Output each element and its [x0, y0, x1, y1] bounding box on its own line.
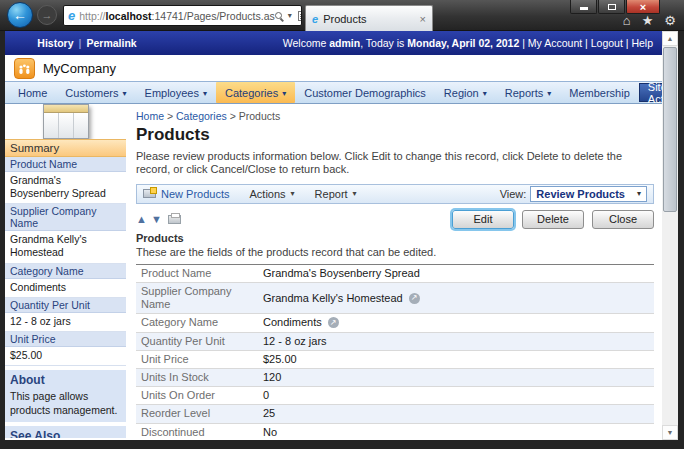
chevron-down-icon: ▾	[483, 89, 487, 98]
about-title: About	[10, 373, 121, 387]
nav-item-customer-demographics[interactable]: Customer Demographics	[295, 82, 435, 103]
browser-tab[interactable]: e Products ×	[305, 5, 433, 31]
table-row: Discontinued No	[136, 424, 654, 439]
nav-item-reports[interactable]: Reports▾	[496, 82, 561, 103]
table-row: Reorder Level 25	[136, 405, 654, 423]
close-button[interactable]: Close	[592, 210, 654, 229]
report-menu[interactable]: Report▾	[315, 188, 357, 200]
field-label: Unit Price	[136, 351, 258, 368]
scroll-down-icon[interactable]: ▼	[662, 425, 678, 440]
site-actions-button[interactable]: Site Actions▾	[639, 83, 662, 102]
nav-item-home[interactable]: Home	[9, 82, 56, 103]
tab-title: Products	[323, 13, 414, 25]
maximize-icon	[608, 4, 616, 10]
scroll-up-icon[interactable]: ▲	[662, 31, 678, 46]
nav-item-customers[interactable]: Customers▾	[56, 82, 135, 103]
breadcrumb-current: Products	[239, 110, 280, 122]
field-label: Units In Stock	[136, 369, 258, 386]
list-toolbar: New Products Actions▾ Report▾ View: Revi…	[136, 184, 654, 204]
compatibility-view-icon[interactable]	[298, 11, 302, 21]
page-description: Please review products information below…	[136, 150, 654, 177]
summary-field-label: Unit Price	[5, 332, 126, 347]
field-value: 12 - 8 oz jars	[258, 333, 654, 350]
nav-item-employees[interactable]: Employees▾	[136, 82, 216, 103]
url-path: :14741/Pages/Products.as	[152, 10, 275, 22]
navigate-icon[interactable]: ↗	[328, 317, 339, 328]
chevron-down-icon: ▾	[291, 189, 295, 198]
summary-field-label: Product Name	[5, 157, 126, 172]
top-action-row: ▲ ▼ Edit Delete Close	[136, 210, 654, 229]
summary-header: Summary	[5, 139, 126, 157]
move-up-icon[interactable]: ▲	[136, 213, 147, 225]
field-value: 0	[258, 387, 654, 404]
see-also-title: See Also	[10, 429, 121, 438]
welcome-text: Welcome	[283, 37, 330, 49]
actions-menu[interactable]: Actions▾	[249, 188, 294, 200]
about-text: This page allows products management.	[10, 390, 121, 417]
view-dropdown[interactable]: Review Products▾	[530, 186, 647, 202]
table-row: Units In Stock 120	[136, 369, 654, 387]
nav-item-categories[interactable]: Categories▾	[216, 82, 295, 103]
address-bar[interactable]: e http://localhost:14741/Pages/Products.…	[63, 5, 302, 26]
scrollbar-thumb[interactable]	[663, 47, 677, 212]
chevron-down-icon: ▾	[123, 89, 127, 98]
forward-arrow-icon: →	[42, 9, 53, 21]
breadcrumb-separator: >	[164, 110, 176, 122]
back-button[interactable]: ←	[7, 2, 33, 28]
url-protocol: http://	[79, 10, 105, 22]
account-bar: History|Permalink Welcome admin, Today i…	[5, 31, 662, 55]
field-label: Units On Order	[136, 387, 258, 404]
vertical-scrollbar[interactable]: ▲ ▼	[662, 31, 678, 440]
section-subtitle: These are the fields of the products rec…	[136, 246, 654, 258]
search-icon[interactable]	[275, 12, 282, 19]
summary-field-value: Grandma's Boysenberry Spread	[5, 172, 126, 204]
logout-link[interactable]: Logout	[591, 37, 623, 49]
tab-favicon-icon: e	[312, 13, 318, 25]
history-link[interactable]: History	[37, 37, 73, 49]
permalink-link[interactable]: Permalink	[86, 37, 136, 49]
field-value: No	[258, 424, 654, 439]
window-controls: ×	[569, 0, 660, 14]
product-image	[5, 104, 126, 139]
site-title[interactable]: MyCompany	[43, 61, 116, 76]
new-products-button[interactable]: New Products	[143, 188, 229, 200]
forward-button[interactable]: →	[37, 5, 57, 25]
table-row: Quantity Per Unit 12 - 8 oz jars	[136, 333, 654, 351]
breadcrumb-separator: >	[227, 110, 239, 122]
edit-button[interactable]: Edit	[452, 210, 514, 229]
print-icon[interactable]	[168, 215, 181, 224]
chevron-down-icon: ▾	[203, 89, 207, 98]
maximize-button[interactable]	[598, 0, 625, 14]
table-icon	[43, 104, 89, 139]
move-down-icon[interactable]: ▼	[151, 213, 162, 225]
field-value: 120	[258, 369, 654, 386]
tab-close-icon[interactable]: ×	[420, 13, 426, 25]
company-logo-icon[interactable]	[14, 58, 35, 79]
back-arrow-icon: ←	[13, 7, 27, 23]
summary-sidebar: Summary Product Name Grandma's Boysenber…	[5, 104, 126, 438]
minimize-button[interactable]	[570, 0, 597, 14]
see-also-section: See Also Home Customers Employees Custom…	[5, 426, 126, 438]
breadcrumb-home[interactable]: Home	[136, 110, 164, 122]
favorites-star-icon[interactable]: ★	[642, 13, 654, 28]
address-dropdown-icon[interactable]: ▾	[288, 11, 292, 20]
separator: |	[74, 37, 87, 49]
field-label: Quantity Per Unit	[136, 333, 258, 350]
gear-icon[interactable]: ⚙	[664, 13, 676, 28]
my-account-link[interactable]: My Account	[528, 37, 582, 49]
ie-logo-icon: e	[68, 8, 75, 23]
nav-item-region[interactable]: Region▾	[435, 82, 496, 103]
close-window-button[interactable]: ×	[626, 0, 660, 14]
help-link[interactable]: Help	[631, 37, 653, 49]
navigate-icon[interactable]: ↗	[409, 293, 420, 304]
breadcrumb-categories[interactable]: Categories	[176, 110, 227, 122]
field-value: Grandma Kelly's Homestead↗	[258, 283, 654, 313]
main-content: Home > Categories > Products Products Pl…	[126, 104, 662, 438]
url-host: localhost	[106, 10, 152, 22]
nav-item-membership[interactable]: Membership	[560, 82, 639, 103]
field-value: 25	[258, 405, 654, 422]
delete-button[interactable]: Delete	[522, 210, 584, 229]
separator: |	[582, 37, 591, 49]
home-icon[interactable]: ⌂	[623, 13, 631, 28]
page-viewport: History|Permalink Welcome admin, Today i…	[5, 31, 662, 440]
